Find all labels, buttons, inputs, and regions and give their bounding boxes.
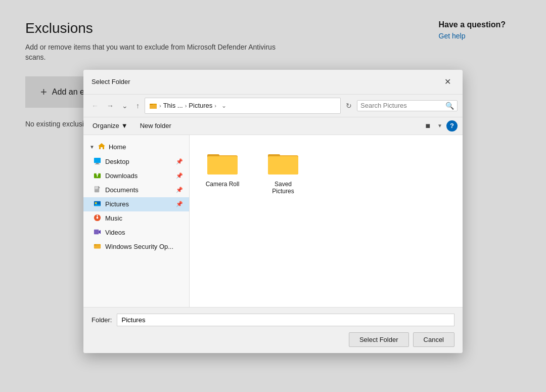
dialog-close-button[interactable]: ✕ <box>440 75 454 89</box>
page-background: Exclusions Add or remove items that you … <box>0 0 546 392</box>
downloads-pin-icon: 📌 <box>176 172 183 179</box>
svg-rect-20 <box>94 229 99 234</box>
sidebar-item-desktop[interactable]: Desktop 📌 <box>83 155 189 169</box>
breadcrumb-sep1: › <box>159 103 161 109</box>
svg-rect-19 <box>97 214 98 216</box>
back-button[interactable]: ← <box>88 100 102 112</box>
desktop-icon <box>94 157 101 166</box>
dialog-titlebar: Select Folder ✕ <box>83 70 463 95</box>
folder-saved-pictures[interactable]: Saved Pictures <box>260 145 306 199</box>
new-folder-label: New folder <box>140 122 171 129</box>
videos-icon <box>94 228 101 237</box>
view-toggle-button[interactable]: ■ <box>422 119 433 133</box>
organize-arrow-icon: ▼ <box>121 122 128 129</box>
forward-button[interactable]: → <box>104 100 117 112</box>
downloads-icon <box>94 171 101 181</box>
help-button[interactable]: ? <box>446 120 458 132</box>
up-button[interactable]: ↑ <box>133 100 143 112</box>
svg-rect-6 <box>95 164 100 164</box>
pictures-pin-icon: 📌 <box>176 201 183 207</box>
folder-input-row: Folder: <box>92 314 454 326</box>
dialog-overlay: Select Folder ✕ ← → ⌄ ↑ › <box>0 0 546 392</box>
pictures-icon <box>94 200 101 209</box>
footer-buttons: Select Folder Cancel <box>92 332 454 347</box>
new-folder-button[interactable]: New folder <box>136 120 175 132</box>
sidebar-videos-label: Videos <box>105 229 125 236</box>
sidebar-item-pictures[interactable]: Pictures 📌 <box>83 197 189 211</box>
breadcrumb-folder-icon <box>149 102 157 110</box>
search-bar: 🔍 <box>357 100 458 111</box>
svg-rect-10 <box>95 186 99 187</box>
breadcrumb-sep3: › <box>214 103 216 109</box>
documents-icon <box>94 186 101 195</box>
nav-bar: ← → ⌄ ↑ › This ... › Pictures <box>83 95 463 117</box>
svg-rect-24 <box>94 245 101 248</box>
folder-input[interactable] <box>117 314 454 326</box>
svg-rect-11 <box>95 187 99 188</box>
sidebar-item-documents[interactable]: Documents 📌 <box>83 183 189 197</box>
select-folder-dialog: Select Folder ✕ ← → ⌄ ↑ › <box>83 70 463 353</box>
documents-pin-icon: 📌 <box>176 187 183 193</box>
svg-marker-3 <box>98 143 105 149</box>
sidebar-windows-security-label: Windows Security Op... <box>105 243 173 250</box>
breadcrumb-this[interactable]: This ... <box>163 102 183 109</box>
breadcrumb-bar[interactable]: › This ... › Pictures › ⌄ <box>145 98 341 114</box>
file-area: Camera Roll Saved Pictures <box>190 135 463 307</box>
toolbar: Organize ▼ New folder ■ ▼ ? <box>83 117 463 135</box>
sidebar-item-videos[interactable]: Videos <box>83 226 189 240</box>
sidebar-item-music[interactable]: Music <box>83 211 189 226</box>
music-icon <box>94 214 101 223</box>
svg-rect-5 <box>96 163 99 164</box>
svg-rect-30 <box>268 156 298 175</box>
home-icon <box>98 142 106 152</box>
dialog-footer: Folder: Select Folder Cancel <box>83 307 463 353</box>
folder-label-text: Folder: <box>92 316 112 324</box>
view-dropdown-icon: ▼ <box>437 123 442 128</box>
sidebar-documents-label: Documents <box>105 186 139 194</box>
windows-security-icon <box>94 242 101 251</box>
select-folder-button[interactable]: Select Folder <box>349 332 409 347</box>
sidebar-item-windows-security[interactable]: Windows Security Op... <box>83 240 189 254</box>
svg-rect-27 <box>207 156 238 175</box>
saved-pictures-label: Saved Pictures <box>264 181 302 195</box>
sidebar-desktop-label: Desktop <box>105 158 129 165</box>
svg-rect-12 <box>95 188 98 189</box>
sidebar-home-header[interactable]: ▼ Home <box>83 139 189 155</box>
dialog-title: Select Folder <box>92 78 130 85</box>
cancel-button[interactable]: Cancel <box>413 332 454 347</box>
folder-camera-roll[interactable]: Camera Roll <box>200 145 245 199</box>
home-chevron-icon: ▼ <box>89 144 95 150</box>
sidebar-pictures-label: Pictures <box>105 200 129 208</box>
svg-rect-2 <box>150 105 157 109</box>
search-input[interactable] <box>360 102 445 109</box>
sidebar: ▼ Home <box>83 135 190 307</box>
refresh-button[interactable]: ↻ <box>343 100 355 112</box>
svg-marker-21 <box>99 230 101 234</box>
breadcrumb-pictures[interactable]: Pictures <box>189 102 212 109</box>
recent-button[interactable]: ⌄ <box>119 100 131 112</box>
camera-roll-label: Camera Roll <box>206 181 240 188</box>
search-icon-button[interactable]: 🔍 <box>445 102 454 110</box>
sidebar-downloads-label: Downloads <box>105 172 138 180</box>
breadcrumb-dropdown-button[interactable]: ⌄ <box>218 100 230 111</box>
dialog-body: ▼ Home <box>83 135 463 307</box>
svg-rect-4 <box>94 157 101 162</box>
organize-button[interactable]: Organize ▼ <box>88 120 132 132</box>
sidebar-music-label: Music <box>105 214 122 222</box>
desktop-pin-icon: 📌 <box>176 158 183 165</box>
organize-label: Organize <box>93 122 119 129</box>
sidebar-home-label: Home <box>109 143 126 151</box>
svg-point-18 <box>97 216 99 219</box>
sidebar-item-downloads[interactable]: Downloads 📌 <box>83 169 189 183</box>
breadcrumb-sep2: › <box>185 103 187 109</box>
